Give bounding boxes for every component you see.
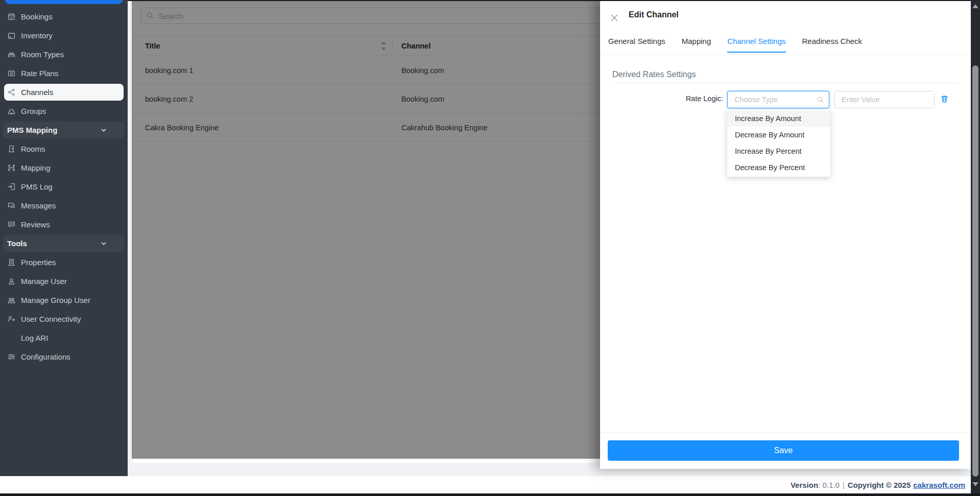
sidebar-item-user-connectivity[interactable]: User Connectivity <box>0 310 128 328</box>
sidebar-item-label: Manage User <box>21 277 67 286</box>
version-label: Version <box>791 481 818 489</box>
scroll-down-arrow-icon[interactable] <box>972 482 978 486</box>
sidebar-item-manage-user[interactable]: Manage User <box>0 272 128 291</box>
delete-rate-row-icon[interactable] <box>940 95 949 104</box>
sidebar-item-properties[interactable]: Properties <box>0 253 128 272</box>
sidebar-item-mapping[interactable]: Mapping <box>0 158 128 177</box>
sidebar-item-label: Bookings <box>21 12 53 21</box>
log-icon <box>7 182 16 191</box>
sidebar-item-label: Channels <box>21 88 53 97</box>
sidebar-top-highlight[interactable] <box>5 0 123 4</box>
sidebar-item-label: Mapping <box>21 163 51 172</box>
sliders-icon <box>7 352 16 361</box>
sidebar-item-label: Manage Group User <box>21 296 90 304</box>
version-value: : 0.1.0 <box>818 481 840 489</box>
sidebar-item-log-ari[interactable]: Log ARI <box>0 328 128 347</box>
calendar-icon <box>7 12 16 21</box>
tab-readiness-check[interactable]: Readiness Check <box>802 32 863 53</box>
sidebar-item-label: Log ARI <box>21 334 48 342</box>
sidebar-item-label: Reviews <box>21 220 50 229</box>
section-divider <box>612 83 959 83</box>
sidebar-item-inventory[interactable]: Inventory <box>0 26 128 45</box>
user-icon <box>7 277 16 286</box>
app-screen: Title Channel booking.com 1 Booking.com … <box>0 0 980 496</box>
drawer-mask-overlay[interactable] <box>132 0 600 459</box>
copyright-text: Copyright © 2025 <box>848 481 911 489</box>
edit-channel-drawer: Edit Channel General Settings Mapping Ch… <box>600 0 971 469</box>
browser-scrollbar[interactable] <box>971 0 980 496</box>
footer: Version: 0.1.0|Copyright © 2025cakrasoft… <box>0 476 971 493</box>
sidebar-item-rate-plans[interactable]: Rate Plans <box>0 64 128 83</box>
rate-logic-label: Rate Logic: <box>612 95 723 103</box>
dropdown-option-decrease-by-percent[interactable]: Decrease By Percent <box>727 159 830 176</box>
building-icon <box>7 258 16 267</box>
drawer-tabs: General Settings Mapping Channel Setting… <box>608 32 862 53</box>
sidebar-item-rooms[interactable]: Rooms <box>0 139 128 158</box>
drawer-footer-divider <box>600 432 971 433</box>
tab-mapping[interactable]: Mapping <box>682 32 711 53</box>
rate-type-select-input[interactable] <box>733 91 812 108</box>
sidebar-item-label: Rooms <box>21 145 45 153</box>
dropdown-option-increase-by-amount[interactable]: Increase By Amount <box>727 110 830 127</box>
tab-general-settings[interactable]: General Settings <box>608 32 665 53</box>
user-group-icon <box>7 296 16 304</box>
sidebar-item-configurations[interactable]: Configurations <box>0 347 128 366</box>
sidebar: Bookings Inventory Room Types Rate Plans… <box>0 0 128 476</box>
sidebar-item-label: Messages <box>21 201 56 210</box>
window-top-edge <box>128 0 980 1</box>
drawer-title: Edit Channel <box>629 10 679 19</box>
rate-plan-icon <box>7 69 16 78</box>
messages-icon <box>7 201 16 210</box>
chevron-down-icon <box>100 127 107 134</box>
close-icon[interactable] <box>610 14 618 22</box>
sidebar-item-label: Groups <box>21 107 46 115</box>
reviews-icon <box>7 220 16 229</box>
sidebar-item-bookings[interactable]: Bookings <box>0 7 128 26</box>
section-title: Derived Rates Settings <box>612 70 696 79</box>
sidebar-item-messages[interactable]: Messages <box>0 196 128 215</box>
rate-type-select[interactable] <box>727 91 829 108</box>
scrollbar-thumb[interactable] <box>972 65 978 477</box>
footer-divider: | <box>843 481 845 489</box>
cakrasoft-link[interactable]: cakrasoft.com <box>913 481 965 489</box>
chevron-down-icon <box>100 240 107 247</box>
user-link-icon <box>7 315 16 323</box>
sidebar-item-label: Rate Plans <box>21 69 58 78</box>
dropdown-option-increase-by-percent[interactable]: Increase By Percent <box>727 143 830 159</box>
tab-channel-settings[interactable]: Channel Settings <box>727 32 785 53</box>
tabs-divider <box>600 55 971 55</box>
scroll-up-arrow-icon[interactable] <box>972 4 978 8</box>
rate-value-input[interactable] <box>841 91 929 108</box>
folder-icon <box>7 31 16 40</box>
rate-type-dropdown: Increase By Amount Decrease By Amount In… <box>727 109 830 177</box>
save-button[interactable]: Save <box>608 440 959 461</box>
sidebar-item-label: PMS Log <box>21 182 53 191</box>
sidebar-item-label: Properties <box>21 258 56 267</box>
search-icon <box>817 96 824 103</box>
sidebar-item-label: Inventory <box>21 31 53 40</box>
sidebar-section-tools[interactable]: Tools <box>0 234 128 253</box>
sidebar-item-reviews[interactable]: Reviews <box>0 215 128 234</box>
sidebar-item-label: Room Types <box>21 50 64 59</box>
rate-value-field[interactable] <box>834 91 935 108</box>
bed-icon <box>7 50 16 59</box>
sidebar-section-pms-mapping[interactable]: PMS Mapping <box>0 121 128 139</box>
sidebar-section-label: PMS Mapping <box>7 126 57 134</box>
door-icon <box>7 145 16 153</box>
dropdown-option-decrease-by-amount[interactable]: Decrease By Amount <box>727 127 830 143</box>
sidebar-item-groups[interactable]: Groups <box>0 102 128 121</box>
sidebar-section-label: Tools <box>7 239 27 248</box>
window-bottom-edge <box>0 493 980 496</box>
share-nodes-icon <box>7 88 16 97</box>
sidebar-item-pms-log[interactable]: PMS Log <box>0 177 128 196</box>
sidebar-item-label: User Connectivity <box>21 315 81 323</box>
sidebar-item-label: Configurations <box>21 352 70 361</box>
sidebar-item-manage-group-user[interactable]: Manage Group User <box>0 291 128 310</box>
sidebar-item-room-types[interactable]: Room Types <box>0 45 128 64</box>
groups-icon <box>7 107 16 115</box>
nodes-icon <box>7 163 16 172</box>
sidebar-item-channels[interactable]: Channels <box>0 83 128 102</box>
